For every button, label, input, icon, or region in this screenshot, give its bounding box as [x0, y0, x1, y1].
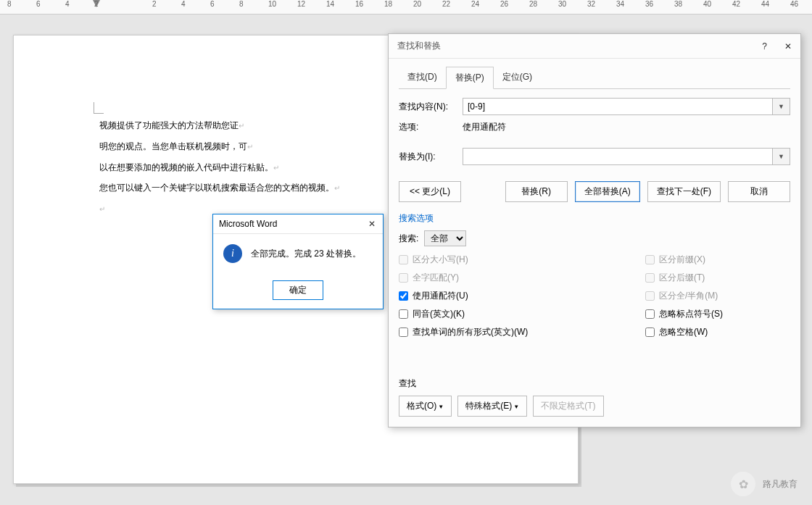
check-prefix: 区分前缀(X) [645, 254, 705, 266]
ruler-tick: 44 [761, 0, 769, 8]
special-format-button[interactable]: 特殊格式(E)▼ [457, 396, 527, 417]
check-wildcards[interactable]: 使用通配符(U) [399, 290, 544, 302]
dialog-title: 查找和替换 [397, 40, 441, 52]
check-sounds-like[interactable]: 同音(英文)(K) [399, 308, 544, 320]
ruler-tick: 22 [442, 0, 450, 8]
check-ignore-punct[interactable]: 忽略标点符号(S) [645, 308, 723, 320]
ruler-tick: 46 [790, 0, 798, 8]
ruler-tick: 10 [268, 0, 276, 8]
replace-label: 替换为(I): [399, 151, 457, 163]
ruler-tick: 26 [500, 0, 508, 8]
ruler-tick: 4 [181, 0, 186, 8]
chevron-down-icon[interactable]: ▼ [773, 98, 790, 115]
message-text: 全部完成。完成 23 处替换。 [251, 248, 361, 260]
watermark: ✿ 路凡教育 [731, 472, 798, 496]
ruler-tick: 14 [326, 0, 334, 8]
dialog-tabs: 查找(D) 替换(P) 定位(G) [399, 66, 790, 89]
ruler-tick: 18 [384, 0, 392, 8]
ruler-tick: 38 [674, 0, 682, 8]
watermark-text: 路凡教育 [763, 478, 798, 491]
dialog-titlebar[interactable]: 查找和替换 ? ✕ [389, 34, 800, 59]
tab-find[interactable]: 查找(D) [399, 67, 446, 89]
ruler-tick: 6 [210, 0, 215, 8]
search-scope-label: 搜索: [399, 233, 418, 245]
message-box-title: Microsoft Word [219, 219, 277, 229]
ruler-tick: 8 [239, 0, 244, 8]
tab-goto[interactable]: 定位(G) [494, 67, 541, 89]
check-ignore-space[interactable]: 忽略空格(W) [645, 326, 708, 338]
find-section-label: 查找 [399, 377, 790, 390]
ruler-tick: 20 [413, 0, 421, 8]
message-box: Microsoft Word ✕ i 全部完成。完成 23 处替换。 确定 [212, 214, 384, 309]
close-icon[interactable]: ✕ [367, 219, 377, 229]
margin-corner [94, 102, 104, 114]
ruler-tick: 36 [645, 0, 653, 8]
search-options-title: 搜索选项 [399, 212, 790, 225]
find-label: 查找内容(N): [399, 101, 457, 113]
help-icon[interactable]: ? [762, 41, 767, 51]
check-match-case: 区分大小写(H) [399, 254, 544, 266]
ruler-tick: 4 [65, 0, 70, 8]
ruler-tick: 42 [732, 0, 740, 8]
check-all-forms[interactable]: 查找单词的所有形式(英文)(W) [399, 326, 544, 338]
ruler-tick: 34 [616, 0, 624, 8]
ruler-tick: 12 [297, 0, 305, 8]
less-button[interactable]: << 更少(L) [399, 181, 461, 202]
ok-button[interactable]: 确定 [273, 280, 323, 300]
ruler-tick: 32 [587, 0, 595, 8]
chevron-down-icon[interactable]: ▼ [773, 148, 790, 165]
caret-down-icon: ▼ [513, 404, 519, 410]
tab-replace[interactable]: 替换(P) [446, 67, 494, 89]
message-box-titlebar: Microsoft Word ✕ [213, 214, 383, 234]
cancel-button[interactable]: 取消 [728, 181, 790, 202]
ruler-tick: 24 [471, 0, 479, 8]
ruler-tick: 6 [36, 0, 41, 8]
replace-input[interactable] [463, 148, 773, 165]
check-whole-word: 全字匹配(Y) [399, 272, 544, 284]
find-input[interactable] [463, 98, 773, 115]
horizontal-ruler: 8642246810121416182022242628303234363840… [0, 0, 812, 14]
ruler-tick: 2 [94, 0, 99, 8]
no-format-button: 不限定格式(T) [533, 396, 603, 417]
format-button[interactable]: 格式(O)▼ [399, 396, 452, 417]
search-scope-select[interactable]: 全部 [424, 230, 466, 246]
replace-button[interactable]: 替换(R) [505, 181, 568, 202]
wechat-icon: ✿ [731, 472, 755, 496]
find-next-button[interactable]: 查找下一处(F) [647, 181, 721, 202]
ruler-tick: 2 [152, 0, 157, 8]
options-label: 选项: [399, 121, 457, 133]
ruler-tick: 40 [703, 0, 711, 8]
replace-all-button[interactable]: 全部替换(A) [575, 181, 640, 202]
ruler-tick: 8 [7, 0, 12, 8]
ruler-tick: 28 [529, 0, 537, 8]
caret-down-icon: ▼ [438, 404, 444, 410]
find-replace-dialog: 查找和替换 ? ✕ 查找(D) 替换(P) 定位(G) 查找内容(N): ▼ 选… [388, 33, 801, 427]
info-icon: i [223, 244, 242, 263]
check-full-half: 区分全/半角(M) [645, 290, 718, 302]
ruler-tick: 16 [355, 0, 363, 8]
options-value: 使用通配符 [463, 121, 506, 133]
check-suffix: 区分后缀(T) [645, 272, 705, 284]
close-icon[interactable]: ✕ [784, 41, 792, 51]
ruler-tick: 30 [558, 0, 566, 8]
